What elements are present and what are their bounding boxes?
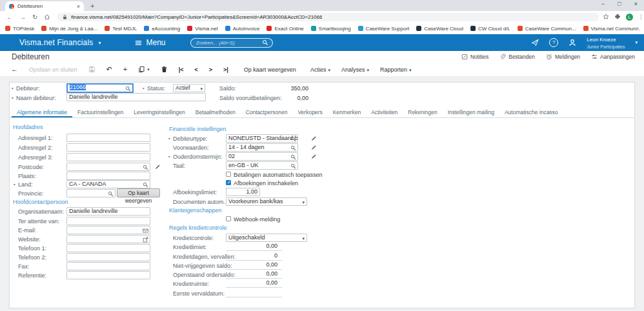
browser-menu-icon[interactable]: ⋮ [638, 14, 644, 20]
adresregel2-field[interactable] [66, 143, 150, 152]
url-field[interactable]: finance.visma.net/0825491020/Main?Compan… [57, 13, 599, 21]
ouderdomstermijn-lookup-icon[interactable] [290, 154, 296, 160]
bookmark-item[interactable]: Test MDJL [105, 26, 137, 32]
window-close-button[interactable]: × [634, 1, 638, 7]
browser-profile-avatar[interactable]: L [626, 14, 633, 21]
tab-betaalmethoden[interactable]: Betaalmethoden [190, 107, 241, 117]
tab-instellingen-mailing[interactable]: Instellingen mailing [443, 107, 499, 117]
external-link-icon[interactable] [143, 237, 148, 243]
go-previous-button[interactable]: < [195, 66, 198, 73]
referentie-field[interactable] [66, 271, 150, 279]
organisatienaam-field[interactable]: Danielle landreville [66, 207, 150, 216]
website-field[interactable] [66, 235, 150, 243]
postcode-lookup-icon[interactable] [143, 165, 148, 170]
window-restore-button[interactable]: □ [618, 1, 621, 7]
bookmark-item[interactable]: Exact Online [267, 26, 303, 32]
bookmark-item[interactable]: TOPdesk [5, 26, 34, 32]
documenten-autom-laden-select[interactable]: Voorkeuren bank/kas▾ [226, 197, 307, 206]
voorwaarden-field[interactable]: 14 - 14 dagen [226, 143, 298, 152]
tab-factuurinstellingen[interactable]: Factuurinstellingen [72, 107, 128, 117]
land-lookup-icon[interactable] [143, 182, 148, 188]
status-select[interactable]: Actief ▾ [173, 84, 205, 92]
main-menu-button[interactable]: Menu [135, 38, 166, 47]
new-tab-button[interactable]: + [90, 1, 94, 11]
bookmark-item[interactable]: CaseWare Support [358, 26, 410, 32]
debiteur-lookup-icon[interactable] [125, 86, 131, 92]
back-button[interactable]: ← [11, 63, 18, 76]
voorwaarden-lookup-icon[interactable] [290, 145, 296, 151]
view-on-map-button[interactable]: Op kaart weergeven [244, 66, 296, 73]
copy-chevron-down-icon[interactable]: ▾ [147, 67, 150, 72]
land-field[interactable]: CA - CANADA [66, 180, 150, 188]
provincie-field[interactable] [66, 189, 116, 197]
ouderdomstermijn-field[interactable]: 02 [226, 152, 298, 161]
afboekingen-checkbox[interactable] [226, 180, 231, 185]
app-brand[interactable]: Visma.net Financials [19, 38, 94, 47]
global-search[interactable] [190, 38, 273, 48]
debiteurtype-lookup-icon[interactable] [290, 136, 296, 142]
brand-chevron-down-icon[interactable]: ▾ [99, 40, 101, 46]
window-minimize-button[interactable]: − [601, 1, 605, 7]
add-record-button[interactable]: + [123, 63, 127, 76]
feedback-plane-icon[interactable] [531, 39, 539, 46]
analyses-menu-button[interactable]: Analyses▾ [341, 66, 369, 73]
tab-verkopers[interactable]: Verkopers [292, 107, 327, 117]
bookmark-item[interactable]: Mijn de Jong & Laa... [41, 26, 97, 32]
telefoon1-field[interactable] [66, 244, 150, 252]
naam-debiteur-field[interactable]: Danielle landreville [66, 93, 206, 101]
adresregel1-field[interactable] [66, 134, 150, 142]
bookmark-item[interactable]: CaseWare Cloud [416, 26, 463, 32]
tab-algemene-informatie[interactable]: Algemene informatie [12, 107, 72, 117]
bookmark-item[interactable]: CW Cloud d/L [470, 26, 510, 32]
extensions-icon[interactable] [614, 14, 621, 20]
telefoon2-field[interactable] [66, 253, 150, 261]
email-field[interactable] [66, 226, 150, 234]
tab-activiteiten[interactable]: Activiteiten [366, 107, 403, 117]
go-last-button[interactable]: >| [223, 66, 228, 73]
tab-rekeningen[interactable]: Rekeningen [403, 107, 442, 117]
actions-menu-button[interactable]: Acties▾ [310, 66, 330, 73]
customization-button[interactable]: Aanpassingen [591, 54, 635, 60]
map-button[interactable]: Op kaart weergeven [117, 188, 160, 197]
debiteur-field[interactable]: 21066 [66, 83, 134, 93]
afboekingslimiet-field[interactable]: 1,00 [226, 188, 260, 196]
browser-back-icon[interactable]: ← [6, 14, 13, 21]
tab-automatische-incasso[interactable]: Automatische incasso [499, 107, 563, 117]
search-icon[interactable] [262, 39, 268, 46]
taal-field[interactable]: en-GB - UK [226, 161, 298, 170]
reports-menu-button[interactable]: Rapporten▾ [380, 66, 412, 73]
copy-paste-button[interactable]: ▾ [138, 66, 150, 73]
debiteurtype-field[interactable]: NONEUSTD - Standaard buiten EU [226, 134, 298, 143]
help-icon[interactable]: ? [549, 38, 558, 47]
voorwaarden-edit-icon[interactable] [311, 145, 317, 150]
postcode-edit-icon[interactable] [155, 164, 161, 170]
provincie-lookup-icon[interactable] [108, 191, 114, 197]
kredietcontrole-select[interactable]: Uitgeschakeld▾ [226, 234, 307, 242]
delete-icon[interactable] [161, 66, 168, 73]
email-icon[interactable] [143, 228, 148, 234]
postcode-field[interactable] [66, 163, 150, 171]
notifications-button[interactable]: Meldingen [546, 54, 580, 60]
bookmark-item[interactable]: CaseWare Commun... [518, 26, 576, 32]
debiteurtype-edit-icon[interactable] [311, 135, 317, 141]
notes-button[interactable]: Notities [461, 54, 488, 60]
undo-icon[interactable]: ↶ [106, 63, 112, 76]
browser-forward-icon[interactable]: → [19, 14, 26, 21]
adresregel3-field[interactable] [66, 153, 150, 161]
bookmark-item[interactable]: eAccounting [144, 26, 180, 32]
tab-contactpersonen[interactable]: Contactpersonen [241, 107, 293, 117]
fax-field[interactable] [66, 262, 150, 270]
go-next-button[interactable]: > [209, 66, 212, 73]
files-button[interactable]: Bestanden [499, 54, 535, 60]
browser-reload-icon[interactable]: ↻ [32, 14, 37, 21]
tab-leveringsinstellingen[interactable]: Leveringsinstellingen [128, 107, 190, 117]
browser-tab[interactable]: Debiteuren × [5, 1, 84, 11]
plaats-field[interactable] [66, 172, 150, 180]
bookmark-item[interactable]: AutoInvoice [225, 26, 260, 32]
ouderdomstermijn-edit-icon[interactable] [311, 154, 317, 159]
ter-attentie-van-field[interactable] [66, 217, 150, 225]
browser-home-icon[interactable] [44, 14, 50, 20]
webhook-checkbox[interactable] [226, 216, 231, 221]
user-chevron-down-icon[interactable]: ▾ [635, 40, 638, 45]
user-info[interactable]: Leon Kroeze Junior Participaties [587, 35, 625, 50]
